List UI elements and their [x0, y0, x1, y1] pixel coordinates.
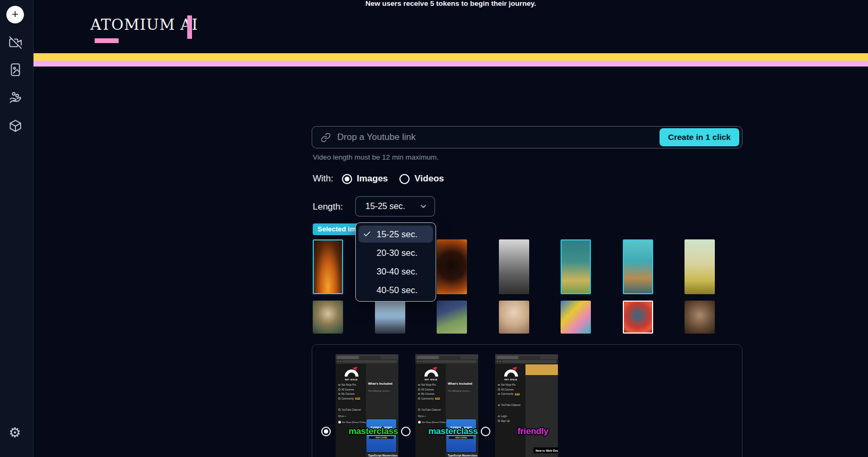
hand-coins-icon[interactable] [8, 90, 23, 105]
package-icon[interactable] [8, 118, 23, 133]
with-label: With: [313, 173, 333, 184]
thumb-footer: Net Ninja (Shaun Pelling... [418, 421, 444, 423]
menu-item-20-30[interactable]: 20-30 sec. [358, 244, 433, 261]
menu-gap [498, 409, 524, 413]
gallery-image-green-figure-starry-night[interactable] [437, 301, 467, 334]
gold-banner [525, 364, 558, 375]
video-off-icon[interactable] [8, 35, 23, 50]
length-dropdown-menu: 15-25 sec. 20-30 sec. 30-40 sec. 40-50 s… [355, 222, 436, 302]
radio-videos-label[interactable]: Videos [414, 173, 444, 184]
variant-caption-2: masterclass [428, 426, 478, 436]
browser-address-bar [336, 359, 398, 364]
thumb-menu-label: YouTube Channel [501, 404, 520, 406]
gallery-image-pop-art-woman[interactable] [561, 301, 591, 334]
radio-videos[interactable] [399, 174, 410, 184]
brand-logo[interactable]: ATOMIUM AI [90, 16, 198, 34]
youtube-link-input[interactable] [337, 132, 653, 143]
menu-bullet-icon [498, 393, 500, 395]
thumb-body: NET NINJANet Ninja ProAll CoursesMy Cour… [336, 364, 398, 457]
variant-thumbnail-3[interactable]: NET NINJANet Ninja ProAll CoursesCommuni… [495, 354, 558, 457]
variant-radio-2[interactable] [401, 427, 411, 436]
net-ninja-logo-icon [424, 367, 439, 378]
thumb-bottom-label: TypeScript Masterclass [368, 454, 398, 457]
with-filter: With: Images Videos [313, 173, 444, 184]
gallery-image-teal-city-towers[interactable] [623, 239, 653, 294]
thumb-menu-item: YouTube Channel [338, 409, 364, 411]
menu-bullet-icon [498, 404, 500, 406]
menu-bullet-icon [338, 409, 340, 411]
menu-bullet-icon [338, 388, 340, 390]
thumb-menu-item: My Courses [338, 393, 364, 395]
image-file-icon[interactable] [8, 62, 23, 77]
site-logo-name: NET NINJA [418, 379, 444, 381]
create-button[interactable]: Create in 1 click [660, 128, 739, 146]
radio-images-label[interactable]: Images [357, 173, 388, 184]
avatar [418, 421, 421, 423]
variant-radio-1[interactable] [321, 427, 331, 436]
gallery-row-2 [313, 301, 715, 334]
sidebar: + ⚙ [0, 0, 34, 457]
menu-item-label: 30-40 sec. [377, 267, 418, 277]
menu-bullet-icon [418, 393, 420, 395]
thumb-menu-label: Net Ninja Pro [421, 384, 436, 386]
variant-thumbnail-1[interactable]: NET NINJANet Ninja ProAll CoursesMy Cour… [336, 354, 398, 457]
thumb-footer: Net Ninja (Shaun Pelling... [338, 421, 364, 423]
gallery-image-van-gogh-cat[interactable] [561, 239, 591, 294]
thumb-menu-item: All Courses [338, 388, 364, 391]
gallery-image-man-portrait[interactable] [499, 301, 529, 334]
variant-radio-3[interactable] [481, 427, 490, 436]
thumb-menu-item: Net Ninja Pro [338, 384, 364, 386]
course-tile-tag: NEW COURSE [449, 436, 473, 439]
thumb-footer-label: Net Ninja (Shaun Pelling... [342, 421, 368, 423]
thumb-menu-item: YouTube Channel [418, 409, 444, 411]
thumb-heading: What's Included [448, 382, 478, 385]
menu-bullet-icon [498, 384, 500, 386]
site-logo-name: NET NINJA [338, 379, 364, 381]
add-button[interactable]: + [6, 6, 24, 23]
menu-gap [498, 397, 524, 402]
nav-dot [417, 361, 419, 362]
course-tile-tag: NEW COURSE [369, 436, 394, 439]
length-select[interactable]: 15-25 sec. [355, 196, 435, 217]
gallery-image-surreal-red-face[interactable] [623, 301, 653, 334]
thumb-menu-label: Community [421, 397, 433, 400]
radio-images[interactable] [342, 174, 352, 184]
address-pill [422, 360, 477, 363]
length-label: Length: [313, 202, 343, 212]
menu-item-40-50[interactable]: 40-50 sec. [358, 281, 433, 298]
menu-bullet-icon [418, 397, 420, 400]
thumb-menu-item: CommunityNEW [338, 397, 364, 400]
gallery-image-renaissance-portrait[interactable] [313, 301, 343, 334]
variant-thumbnail-2[interactable]: NET NINJANet Ninja ProAll CoursesMy Cour… [415, 354, 478, 457]
gallery-image-cyclist[interactable] [375, 301, 405, 334]
browser-address-bar [495, 359, 558, 364]
menu-item-15-25[interactable]: 15-25 sec. [358, 226, 433, 243]
gallery-image-bw-man-portrait[interactable] [499, 239, 529, 294]
thumb-body: NET NINJANet Ninja ProAll CoursesCommuni… [495, 364, 558, 457]
thumb-menu-item: CommunityNEW [418, 397, 444, 400]
decor-stripe-pink [34, 61, 868, 67]
thumb-menu-item: My Courses [418, 393, 444, 395]
browser-tab-bar [336, 354, 398, 359]
gallery-image-black-cat-fire[interactable] [437, 239, 467, 294]
settings-icon[interactable]: ⚙ [7, 425, 22, 440]
thumb-menu-item: Net Ninja Pro [498, 384, 524, 386]
thumb-menu-label: All Courses [501, 388, 514, 391]
plus-icon: + [12, 9, 19, 20]
thumb-subtext: The following courses... [368, 389, 398, 392]
gallery-image-cat-in-flames[interactable] [313, 239, 343, 294]
thumb-bottom-label: New to Web Dev? [533, 447, 558, 453]
thumb-body: NET NINJANet Ninja ProAll CoursesMy Cour… [415, 364, 478, 457]
menu-item-30-40[interactable]: 30-40 sec. [358, 263, 433, 280]
thumb-menu-item: YouTube Channel [498, 404, 524, 406]
gallery-image-gorilla-portrait[interactable] [685, 301, 715, 334]
menu-item-label: 20-30 sec. [377, 248, 418, 258]
thumb-menu-label: YouTube Channel [341, 409, 361, 411]
menu-bullet-icon [338, 384, 340, 386]
thumb-menu-item: Sign Up [498, 420, 524, 422]
gallery-image-sunflowers-painting[interactable] [685, 239, 715, 294]
nav-dot [340, 361, 341, 362]
thumb-footer-label: Net Ninja (Shaun Pelling... [422, 421, 448, 423]
thumb-menu-label: YouTube Channel [421, 409, 440, 411]
helper-text: Video length must be 12 min maximum. [313, 153, 439, 161]
